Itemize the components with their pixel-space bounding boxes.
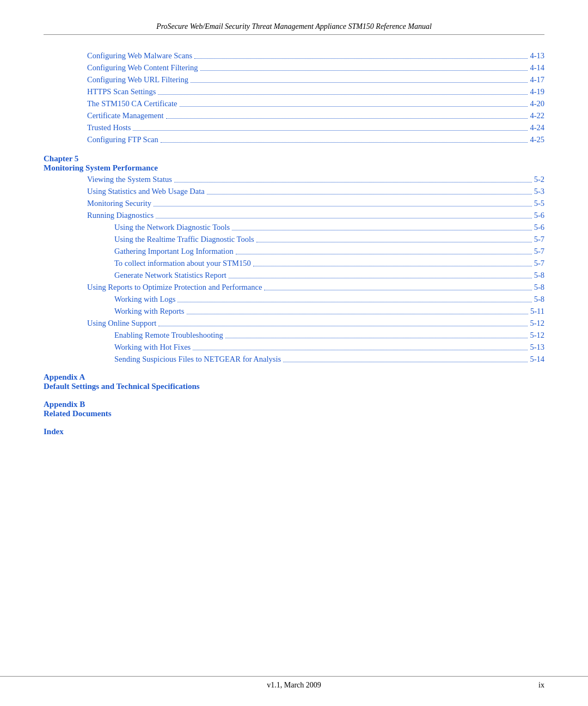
- toc-page: 5-7: [534, 235, 544, 244]
- toc-entry[interactable]: Configuring FTP Scan4-25: [87, 135, 544, 144]
- toc-page: 5-3: [534, 187, 544, 196]
- toc-page: 4-24: [530, 123, 544, 132]
- toc-page: 5-8: [534, 271, 544, 280]
- toc-label: Configuring Web URL Filtering: [87, 75, 188, 84]
- toc-entry[interactable]: Using Online Support5-12: [44, 319, 544, 328]
- toc-page: 4-22: [530, 111, 544, 120]
- toc-label: Enabling Remote Troubleshooting: [114, 331, 223, 340]
- toc-page: 5-13: [530, 343, 544, 352]
- toc-page: 5-7: [534, 247, 544, 256]
- toc-label: Gathering Important Log Information: [114, 247, 234, 256]
- toc-entry[interactable]: Trusted Hosts4-24: [87, 123, 544, 132]
- toc-entry[interactable]: Configuring Web Content Filtering4-14: [87, 63, 544, 72]
- toc-entry[interactable]: Configuring Web Malware Scans4-13: [87, 51, 544, 60]
- chapter5-label: Chapter 5: [44, 154, 544, 163]
- footer-page: ix: [538, 681, 544, 690]
- toc-label: Running Diagnostics: [87, 211, 154, 220]
- page-footer: v1.1, March 2009 ix: [0, 676, 588, 690]
- header-title: ProSecure Web/Email Security Threat Mana…: [156, 22, 432, 31]
- toc-entry[interactable]: The STM150 CA Certificate4-20: [87, 99, 544, 108]
- toc-label: Configuring FTP Scan: [87, 135, 158, 144]
- toc-page: 4-25: [530, 135, 544, 144]
- toc-entry[interactable]: Using the Network Diagnostic Tools5-6: [44, 223, 544, 232]
- toc-entry[interactable]: Working with Hot Fixes5-13: [44, 343, 544, 352]
- toc-page: 4-13: [530, 51, 544, 60]
- toc-page: 4-19: [530, 87, 544, 96]
- toc-label: Using Statistics and Web Usage Data: [87, 187, 205, 196]
- index-entry: Index: [44, 427, 544, 436]
- toc-entry[interactable]: Generate Network Statistics Report5-8: [44, 271, 544, 280]
- toc-page: 5-12: [530, 319, 544, 328]
- toc-label: Using Online Support: [87, 319, 156, 328]
- toc-label: HTTPS Scan Settings: [87, 87, 156, 96]
- toc-label: Using the Network Diagnostic Tools: [114, 223, 230, 232]
- toc-label: Monitoring Security: [87, 199, 151, 208]
- toc-entry[interactable]: Using Reports to Optimize Protection and…: [44, 283, 544, 292]
- toc-label: Generate Network Statistics Report: [114, 271, 226, 280]
- toc-entry[interactable]: Enabling Remote Troubleshooting5-12: [44, 331, 544, 340]
- toc-page: 5-8: [534, 283, 544, 292]
- toc-page: 5-12: [530, 331, 544, 340]
- appendixB-label: Appendix B: [44, 400, 544, 409]
- toc-page: 5-2: [534, 175, 544, 184]
- footer-version: v1.1, March 2009: [267, 681, 321, 690]
- toc-page: 5-14: [530, 355, 544, 364]
- chapter5-entries: Viewing the System Status5-2Using Statis…: [44, 175, 544, 364]
- toc-entry[interactable]: Configuring Web URL Filtering4-17: [87, 75, 544, 84]
- toc-page: 5-5: [534, 199, 544, 208]
- toc-page: 4-20: [530, 99, 544, 108]
- appendixA-label: Appendix A: [44, 373, 544, 382]
- page-header: ProSecure Web/Email Security Threat Mana…: [44, 22, 544, 35]
- toc-entry[interactable]: Certificate Management4-22: [87, 111, 544, 120]
- toc-label: Certificate Management: [87, 111, 164, 120]
- page-container: ProSecure Web/Email Security Threat Mana…: [0, 0, 588, 706]
- toc-label: Working with Reports: [114, 307, 185, 316]
- appendixA-heading: Appendix A Default Settings and Technica…: [44, 373, 544, 391]
- toc-entry[interactable]: HTTPS Scan Settings4-19: [87, 87, 544, 96]
- toc-entry[interactable]: Using the Realtime Traffic Diagnostic To…: [44, 235, 544, 244]
- toc-entry[interactable]: To collect information about your STM150…: [44, 259, 544, 268]
- toc-label: Configuring Web Malware Scans: [87, 51, 192, 60]
- toc-label: Working with Logs: [114, 295, 175, 304]
- toc-page: 4-17: [530, 75, 544, 84]
- appendixB-title: Related Documents: [44, 409, 544, 418]
- chapter5-heading: Chapter 5 Monitoring System Performance: [44, 154, 544, 173]
- toc-label: Trusted Hosts: [87, 123, 131, 132]
- chapter5-title: Monitoring System Performance: [44, 163, 544, 173]
- toc-label: Sending Suspicious Files to NETGEAR for …: [114, 355, 281, 364]
- toc-entry[interactable]: Working with Reports5-11: [44, 307, 544, 316]
- toc-page: 5-7: [534, 259, 544, 268]
- toc-page: 5-11: [530, 307, 544, 316]
- toc-page: 5-8: [534, 295, 544, 304]
- toc-label: The STM150 CA Certificate: [87, 99, 177, 108]
- toc-entry[interactable]: Working with Logs5-8: [44, 295, 544, 304]
- toc-entry[interactable]: Viewing the System Status5-2: [44, 175, 544, 184]
- toc-entry[interactable]: Running Diagnostics5-6: [44, 211, 544, 220]
- toc-label: To collect information about your STM150: [114, 259, 251, 268]
- toc-page: 4-14: [530, 63, 544, 72]
- toc-entry[interactable]: Gathering Important Log Information5-7: [44, 247, 544, 256]
- toc-entry[interactable]: Sending Suspicious Files to NETGEAR for …: [44, 355, 544, 364]
- toc-page: 5-6: [534, 211, 544, 220]
- toc-label: Working with Hot Fixes: [114, 343, 191, 352]
- toc-label: Using the Realtime Traffic Diagnostic To…: [114, 235, 254, 244]
- toc-label: Configuring Web Content Filtering: [87, 63, 198, 72]
- toc-page: 5-6: [534, 223, 544, 232]
- appendixA-title: Default Settings and Technical Specifica…: [44, 382, 544, 391]
- index-label: Index: [44, 427, 544, 436]
- toc-label: Using Reports to Optimize Protection and…: [87, 283, 262, 292]
- toc-block-top: Configuring Web Malware Scans4-13Configu…: [44, 51, 544, 144]
- toc-entry[interactable]: Using Statistics and Web Usage Data5-3: [44, 187, 544, 196]
- toc-label: Viewing the System Status: [87, 175, 172, 184]
- toc-entry[interactable]: Monitoring Security5-5: [44, 199, 544, 208]
- appendixB-heading: Appendix B Related Documents: [44, 400, 544, 418]
